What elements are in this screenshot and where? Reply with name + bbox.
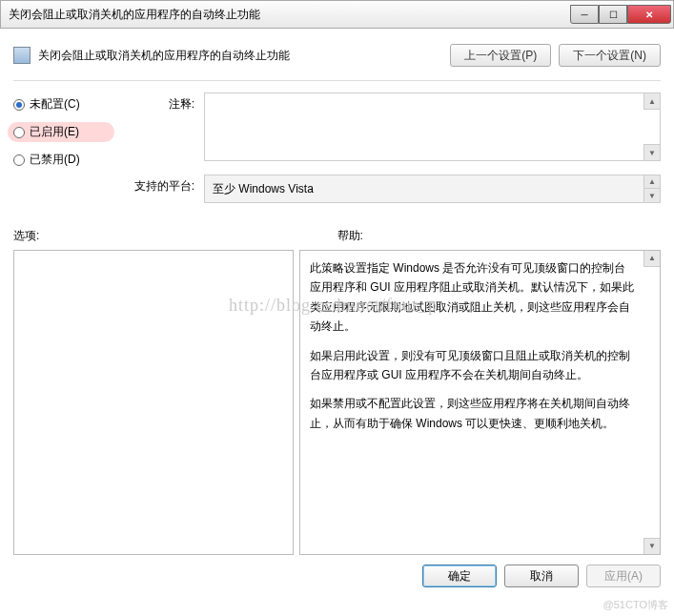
close-button[interactable]: ✕ (627, 5, 671, 24)
platform-label: 支持的平台: (128, 175, 194, 203)
corner-watermark: @51CTO博客 (603, 598, 668, 612)
scroll-up-icon[interactable]: ▲ (643, 175, 660, 189)
dialog-footer: 确定 取消 应用(A) (13, 555, 661, 591)
header: 关闭会阻止或取消关机的应用程序的自动终止功能 上一个设置(P) 下一个设置(N) (13, 38, 661, 81)
help-text: 如果启用此设置，则没有可见顶级窗口且阻止或取消关机的控制台应用程序或 GUI 应… (310, 346, 637, 385)
radio-label: 已禁用(D) (30, 152, 80, 168)
options-label: 选项: (13, 228, 337, 244)
cancel-button[interactable]: 取消 (504, 565, 579, 587)
apply-button[interactable]: 应用(A) (586, 565, 661, 587)
ok-button[interactable]: 确定 (422, 565, 497, 587)
radio-label: 已启用(E) (30, 124, 79, 140)
options-panel (13, 250, 294, 555)
help-text: 此策略设置指定 Windows 是否允许没有可见顶级窗口的控制台应用程序和 GU… (310, 258, 637, 337)
scroll-up-icon[interactable]: ▲ (643, 251, 660, 267)
radio-group: 未配置(C) 已启用(E) 已禁用(D) (13, 92, 109, 203)
radio-label: 未配置(C) (30, 96, 80, 113)
radio-icon (13, 154, 25, 166)
comment-label: 注释: (128, 92, 194, 161)
maximize-button[interactable]: ☐ (599, 5, 627, 24)
radio-icon (13, 127, 25, 138)
window-controls: ─ ☐ ✕ (570, 5, 671, 24)
scroll-down-icon[interactable]: ▼ (643, 189, 660, 202)
prev-setting-button[interactable]: 上一个设置(P) (450, 44, 551, 67)
comment-textarea[interactable]: ▲ ▼ (204, 92, 661, 161)
help-panel: 此策略设置指定 Windows 是否允许没有可见顶级窗口的控制台应用程序和 GU… (299, 250, 661, 555)
next-setting-button[interactable]: 下一个设置(N) (559, 44, 661, 67)
platform-box: 至少 Windows Vista ▲ ▼ (204, 175, 661, 203)
platform-value: 至少 Windows Vista (213, 181, 314, 197)
titlebar: 关闭会阻止或取消关机的应用程序的自动终止功能 ─ ☐ ✕ (0, 0, 674, 29)
radio-not-configured[interactable]: 未配置(C) (13, 96, 109, 113)
window-title: 关闭会阻止或取消关机的应用程序的自动终止功能 (9, 7, 260, 23)
scroll-up-icon[interactable]: ▲ (643, 93, 660, 110)
policy-icon (13, 47, 31, 64)
help-label: 帮助: (337, 228, 662, 244)
radio-disabled[interactable]: 已禁用(D) (13, 152, 109, 168)
radio-icon (13, 99, 25, 111)
page-title: 关闭会阻止或取消关机的应用程序的自动终止功能 (38, 48, 442, 64)
radio-enabled[interactable]: 已启用(E) (8, 122, 114, 142)
section-labels: 选项: 帮助: (13, 228, 661, 244)
minimize-button[interactable]: ─ (570, 5, 599, 24)
scroll-down-icon[interactable]: ▼ (643, 538, 660, 554)
help-text: 如果禁用或不配置此设置，则这些应用程序将在关机期间自动终止，从而有助于确保 Wi… (310, 394, 637, 433)
scroll-down-icon[interactable]: ▼ (643, 144, 660, 160)
